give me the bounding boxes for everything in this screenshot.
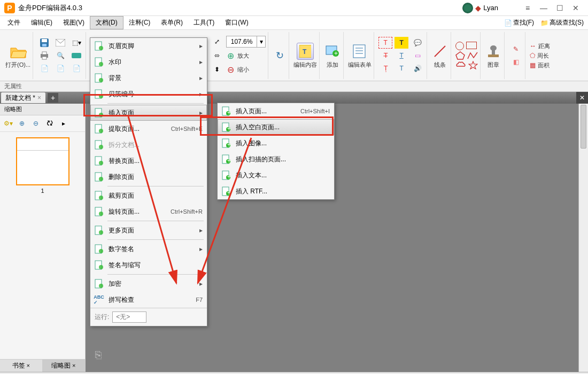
cloud-shape-button[interactable]: [455, 61, 466, 69]
zoom-in-icon[interactable]: ⊕: [227, 51, 234, 61]
menu-more-icon[interactable]: ≡: [520, 3, 536, 13]
pencil-button[interactable]: ✎: [509, 43, 523, 55]
insert-page-submenu: +插入页面...Ctrl+Shift+I+插入空白页面...+插入图像...+插…: [217, 103, 335, 200]
close-all-tabs-button[interactable]: ✕: [576, 92, 588, 104]
vertical-scrollbar[interactable]: [578, 104, 588, 372]
menu-item[interactable]: 删除页面: [90, 169, 207, 185]
avatar[interactable]: [462, 3, 473, 13]
submenu-item[interactable]: +插入文本...: [218, 167, 334, 183]
lines-button[interactable]: 线条: [431, 43, 448, 69]
horizontal-scrollbar[interactable]: [0, 372, 588, 374]
menu-edit[interactable]: 编辑(E): [26, 17, 58, 29]
menu-annotate[interactable]: 注释(C): [123, 17, 156, 29]
fit-height-button[interactable]: ⬍: [210, 64, 224, 75]
perimeter-icon[interactable]: ⬠: [530, 52, 535, 59]
menu-item[interactable]: 替换页面...: [90, 153, 207, 169]
menu-form[interactable]: 表单(R): [156, 17, 188, 29]
menu-item[interactable]: 数字签名▸: [90, 241, 207, 257]
close-button[interactable]: ✕: [568, 3, 584, 13]
menu-item[interactable]: ABC✓拼写检查F7: [90, 292, 207, 308]
insert-text-button[interactable]: T̩: [378, 63, 392, 74]
distance-icon[interactable]: ↔: [530, 42, 536, 50]
note-button[interactable]: ▭: [411, 50, 424, 61]
stamp-button[interactable]: 图章: [485, 43, 502, 69]
menu-item[interactable]: 提取页面...Ctrl+Shift+E: [90, 121, 207, 137]
rotate-button[interactable]: ↻: [273, 50, 287, 61]
line-icon: [432, 44, 447, 59]
rotate-thumb-button[interactable]: 🗘: [44, 118, 56, 129]
add-button[interactable]: + 添加: [324, 43, 341, 69]
menu-item[interactable]: 加密▸: [90, 276, 207, 292]
pentagon-shape-button[interactable]: [455, 51, 465, 60]
underline-button[interactable]: T: [394, 50, 408, 61]
print-button[interactable]: [37, 50, 51, 61]
menu-item[interactable]: 背景▸: [90, 70, 207, 86]
fit-width-button[interactable]: ⬄: [210, 50, 224, 61]
submenu-item[interactable]: +插入 RTF...: [218, 183, 334, 199]
search-button[interactable]: 🔍: [53, 50, 67, 61]
copy-icon[interactable]: ⎘: [95, 349, 102, 361]
menu-item[interactable]: 页眉页脚▸: [90, 38, 207, 54]
edit-form-button[interactable]: 编辑表单: [348, 43, 372, 69]
scanner-icon: [72, 52, 81, 59]
strike-button[interactable]: T̶: [378, 50, 392, 61]
settings-gear-icon[interactable]: ⚙▾: [2, 118, 14, 129]
menu-item[interactable]: 签名与缩写: [90, 257, 207, 273]
distance-label: 距离: [538, 42, 550, 50]
zoom-in-thumb-button[interactable]: ⊕: [16, 118, 28, 129]
rect-shape-button[interactable]: [466, 42, 477, 49]
eraser-button[interactable]: ◧: [509, 56, 523, 68]
thumbnail-tab[interactable]: 缩略图 ×: [43, 360, 86, 372]
close-tab-icon[interactable]: ×: [37, 94, 41, 102]
highlight-button[interactable]: T: [378, 37, 392, 49]
minimize-button[interactable]: —: [536, 3, 552, 13]
chevron-down-icon[interactable]: ▾: [257, 36, 265, 47]
submenu-item[interactable]: +插入页面...Ctrl+Shift+I: [218, 103, 334, 119]
submenu-item[interactable]: +插入扫描的页面...: [218, 151, 334, 167]
circle-shape-button[interactable]: [455, 42, 464, 50]
page-thumbnail[interactable]: [16, 137, 69, 185]
find-button[interactable]: 📄 查找(F): [502, 17, 536, 28]
callout-button[interactable]: 💬: [411, 37, 424, 49]
submenu-item[interactable]: +插入图像...: [218, 135, 334, 151]
menu-file[interactable]: 文件: [2, 17, 26, 29]
menu-view[interactable]: 视图(V): [58, 17, 90, 29]
menu-window[interactable]: 窗口(W): [220, 17, 253, 29]
replace-text-button[interactable]: T: [394, 63, 408, 74]
export-button[interactable]: ⬚▾: [69, 37, 83, 49]
advanced-find-button[interactable]: 📁 高级查找(S): [538, 17, 586, 28]
menu-item[interactable]: 贝茨编号▸: [90, 86, 207, 102]
menu-item[interactable]: 水印▸: [90, 54, 207, 70]
bookmark-tab[interactable]: 书签 ×: [0, 360, 43, 372]
save-button[interactable]: [37, 37, 51, 49]
submenu-item[interactable]: +插入空白页面...: [218, 119, 334, 135]
doc2-button[interactable]: 📄: [53, 63, 67, 74]
doc-button[interactable]: 📄: [37, 63, 51, 74]
polyline-shape-button[interactable]: [467, 51, 478, 60]
new-tab-button[interactable]: +: [48, 93, 58, 103]
menu-item[interactable]: 插入页面▸: [90, 105, 207, 121]
menu-item[interactable]: 更多页面▸: [90, 222, 207, 238]
thumb-menu-button[interactable]: ▸: [58, 118, 69, 129]
open-button[interactable]: 打开(O)...: [5, 43, 30, 69]
zoom-control[interactable]: 107.6% ▾: [226, 36, 266, 48]
menu-item[interactable]: 拆分文档...: [90, 137, 207, 153]
scan-button[interactable]: [69, 50, 83, 61]
maximize-button[interactable]: ☐: [552, 3, 568, 13]
mail-button[interactable]: [53, 37, 67, 49]
star-shape-button[interactable]: [468, 61, 478, 69]
sound-button[interactable]: 🔊: [411, 63, 424, 74]
doc3-button[interactable]: 📄: [69, 63, 83, 74]
menu-tools[interactable]: 工具(T): [188, 17, 220, 29]
menu-item[interactable]: 旋转页面...Ctrl+Shift+R: [90, 204, 207, 220]
document-tab[interactable]: 新建文档 * ×: [1, 92, 45, 103]
area-icon[interactable]: ▦: [530, 61, 536, 69]
text-tool-button[interactable]: T: [394, 37, 408, 49]
zoom-out-icon[interactable]: ⊖: [227, 65, 234, 75]
zoom-out-thumb-button[interactable]: ⊖: [30, 118, 42, 129]
edit-content-button[interactable]: T 编辑内容: [293, 43, 317, 69]
run-select[interactable]: <无>: [112, 311, 146, 323]
fit-button[interactable]: ⤢: [210, 36, 224, 48]
menu-item[interactable]: 裁剪页面: [90, 188, 207, 204]
menu-document[interactable]: 文档(D): [90, 16, 123, 29]
